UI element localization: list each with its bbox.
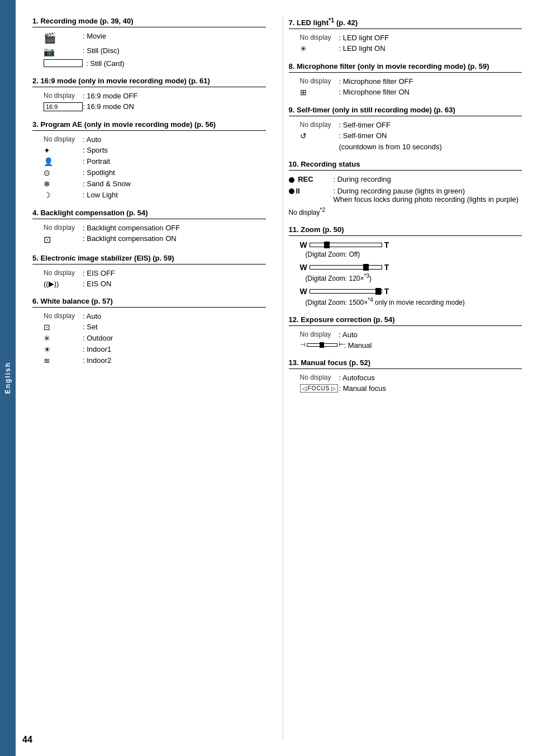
- list-item: II : During recording pause (lights in g…: [289, 187, 522, 204]
- zoom-w-1: W: [300, 240, 307, 249]
- led-on-desc: : LED light ON: [339, 44, 386, 53]
- zoom-bar-container-1: W T: [300, 240, 522, 249]
- left-column: 1. Recording mode (p. 39, 40) 🎬 : Movie …: [32, 17, 272, 739]
- spotlight-desc: : Spotlight: [83, 168, 115, 177]
- zoom-track-1: [310, 243, 382, 247]
- list-item: ↺ : Self-timer ON: [289, 131, 522, 140]
- sports-icon: ✦: [44, 146, 83, 155]
- no-display-sup: *2: [320, 207, 325, 213]
- list-item: ☽ : Low Light: [32, 191, 266, 200]
- zoom-track-2: [310, 265, 382, 270]
- section-num-12: 12.: [289, 315, 299, 324]
- list-item: 👤 : Portrait: [32, 157, 266, 166]
- led-sup: *1: [329, 17, 334, 23]
- no-display-label: No display: [44, 135, 83, 143]
- exposure-manual-icon: ⊣ ⊢: [300, 341, 344, 348]
- exposure-auto-desc: : Auto: [339, 330, 358, 339]
- list-item: No display : Microphone filter OFF: [289, 77, 522, 86]
- focus-right-arrow: ▷: [331, 385, 336, 391]
- zoom-thumb-2: [363, 264, 369, 271]
- 16-9-off-desc: : 16:9 mode OFF: [83, 92, 137, 100]
- self-timer-off-desc: : Self-timer OFF: [339, 121, 391, 129]
- focus-bar-icon: ◁ FOCUS ▷: [300, 384, 338, 393]
- low-light-desc: : Low Light: [83, 191, 118, 199]
- section-num-9: 9.: [289, 106, 295, 114]
- zoom-bar-3-row: W T (Digital Zoom: 1500×*4 only in movie…: [289, 287, 522, 306]
- list-item: (countdown is from 10 seconds): [289, 143, 522, 151]
- no-display-label: No display: [300, 77, 339, 85]
- pause-desc: : During recording pause (lights in gree…: [334, 187, 522, 204]
- still-disc-desc: : Still (Disc): [83, 46, 120, 55]
- list-item: 16:9 : 16:9 mode ON: [32, 102, 266, 111]
- wb-indoor2-icon: ≋: [44, 356, 83, 365]
- movie-icon: 🎬: [44, 32, 83, 44]
- rec-icon-col: REC: [289, 175, 334, 183]
- page-number: 44: [22, 735, 32, 745]
- list-item: ⊡ : Backlight compensation ON: [32, 234, 266, 245]
- still-disc-icon: 📷: [44, 46, 83, 57]
- zoom-w-3: W: [300, 287, 307, 296]
- portrait-desc: : Portrait: [83, 157, 110, 166]
- rec-pause-col: II: [289, 187, 334, 195]
- list-item: No display : 16:9 mode OFF: [32, 92, 266, 100]
- list-item: ◁ FOCUS ▷ : Manual focus: [289, 384, 522, 393]
- eis-off-desc: : EIS OFF: [83, 269, 115, 277]
- auto-desc: : Auto: [83, 135, 101, 144]
- no-display-label: No display: [44, 269, 83, 277]
- zoom-caption-3: (Digital Zoom: 1500×*4 only in movie rec…: [300, 297, 522, 306]
- list-item: ❄ : Sand & Snow: [32, 179, 266, 188]
- wb-outdoor-desc: : Outdoor: [83, 334, 113, 342]
- portrait-icon: 👤: [44, 157, 83, 166]
- section-num-13: 13.: [289, 358, 299, 367]
- section-white-balance: 6. White balance (p. 57) No display : Au…: [32, 297, 266, 365]
- list-item: ⊣ ⊢ : Manual: [289, 341, 522, 349]
- zoom-track-3: [310, 289, 382, 294]
- right-column: 7. LED light*1 (p. 42) No display : LED …: [283, 17, 522, 739]
- section-16-9: 2. 16:9 mode (only in movie recording mo…: [32, 77, 266, 111]
- 16-9-on-desc: : 16:9 mode ON: [83, 102, 134, 111]
- list-item: No display : Autofocus: [289, 374, 522, 382]
- section-led-light: 7. LED light*1 (p. 42) No display : LED …: [289, 17, 522, 53]
- section-title-4: 4. Backlight compensation (p. 54): [32, 209, 266, 219]
- section-num-2: 2.: [32, 77, 39, 85]
- backlight-off-desc: : Backlight compensation OFF: [83, 224, 180, 232]
- zoom-thumb-1: [324, 242, 330, 248]
- sidebar: English: [0, 0, 16, 756]
- no-display-label: No display: [44, 224, 83, 231]
- list-item: ⊙ : Spotlight: [32, 168, 266, 177]
- zoom-t-1: T: [384, 240, 389, 249]
- list-item: ⊡ : Set: [32, 323, 266, 332]
- no-display-label: No display: [44, 312, 83, 320]
- list-item: No display : LED light OFF: [289, 34, 522, 42]
- list-item: ✳ : LED light ON: [289, 44, 522, 53]
- list-item: 📷 : Still (Disc): [32, 46, 266, 57]
- focus-text: FOCUS: [308, 385, 330, 391]
- 16-9-on-icon: 16:9: [44, 102, 83, 111]
- no-display-label: No display: [44, 92, 83, 100]
- zoom-thumb-3: [375, 288, 381, 295]
- list-item: ☀ : Indoor1: [32, 345, 266, 354]
- sports-desc: : Sports: [83, 146, 108, 154]
- list-item: 🎬 : Movie: [32, 32, 266, 44]
- section-recording-mode: 1. Recording mode (p. 39, 40) 🎬 : Movie …: [32, 17, 266, 68]
- section-title-7: 7. LED light*1 (p. 42): [289, 17, 522, 29]
- self-timer-on-desc: : Self-timer ON: [339, 131, 387, 140]
- wb-indoor1-icon: ☀: [44, 345, 83, 354]
- low-light-icon: ☽: [44, 191, 83, 200]
- section-program-ae: 3. Program AE (only in movie recording m…: [32, 120, 266, 200]
- eis-on-icon: ((▶)): [44, 280, 83, 288]
- mic-on-desc: : Microphone filter ON: [339, 88, 410, 96]
- rec-desc: : During recording: [334, 175, 522, 183]
- list-item: : Still (Card): [32, 59, 266, 68]
- section-title-1: 1. Recording mode (p. 39, 40): [32, 17, 266, 27]
- wb-auto-desc: : Auto: [83, 312, 101, 320]
- list-item: ✦ : Sports: [32, 146, 266, 155]
- zoom-bar-container-3: W T: [300, 287, 522, 296]
- list-item: REC : During recording: [289, 175, 522, 183]
- sidebar-label: English: [4, 362, 12, 394]
- section-title-9: 9. Self-timer (only in still recording m…: [289, 106, 522, 116]
- content: 1. Recording mode (p. 39, 40) 🎬 : Movie …: [16, 0, 533, 756]
- focus-left-arrow: ◁: [302, 385, 307, 391]
- rec-label: REC: [298, 175, 313, 183]
- zoom-bar-container-2: W T: [300, 263, 522, 272]
